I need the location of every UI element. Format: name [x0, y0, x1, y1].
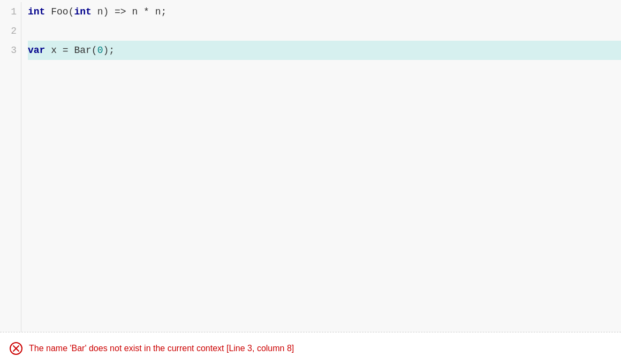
editor-area: 1 2 3 int Foo(int n) => n * n; var x = B… [0, 0, 621, 332]
code-container: 1 2 3 int Foo(int n) => n * n; var x = B… [0, 0, 621, 332]
token-int-2: int [74, 6, 91, 17]
token-var: var [28, 45, 45, 56]
code-line-1: int Foo(int n) => n * n; [28, 2, 621, 21]
token-plain-1: Foo( [45, 6, 74, 17]
code-line-2 [28, 21, 621, 41]
line-number-1: 1 [4, 2, 17, 21]
token-int-1: int [28, 6, 45, 17]
token-plain-4: ); [103, 45, 115, 56]
line-number-2: 2 [4, 21, 17, 41]
line-numbers: 1 2 3 [0, 2, 21, 332]
line-number-3: 3 [4, 41, 17, 60]
error-message: The name 'Bar' does not exist in the cur… [29, 344, 294, 353]
token-number-0: 0 [97, 45, 103, 56]
code-line-3: var x = Bar(0); [28, 41, 621, 60]
code-lines[interactable]: int Foo(int n) => n * n; var x = Bar(0); [21, 2, 621, 332]
error-bar: The name 'Bar' does not exist in the cur… [0, 332, 621, 364]
token-plain-2: n) => n * n; [92, 6, 166, 17]
error-icon [10, 342, 22, 355]
token-plain-3: x = Bar( [45, 45, 97, 56]
